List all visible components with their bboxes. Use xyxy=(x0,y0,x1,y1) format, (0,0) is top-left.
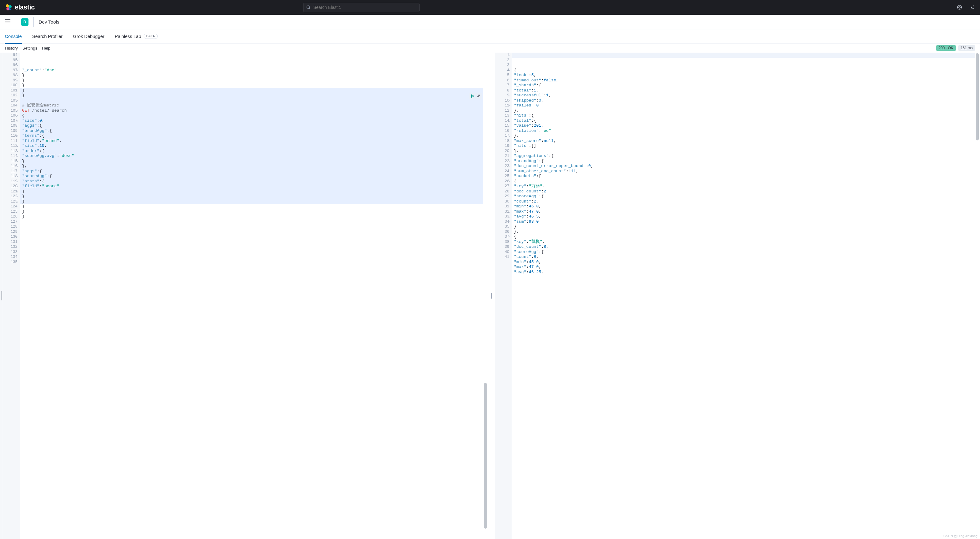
code-line[interactable]: "count" : 2, xyxy=(514,199,980,205)
code-line[interactable] xyxy=(22,98,488,103)
code-line[interactable]: "total" : { xyxy=(514,118,980,124)
code-line[interactable]: "successful" : 1, xyxy=(514,93,980,98)
code-line[interactable]: "relation" : "eq" xyxy=(514,128,980,134)
code-line[interactable] xyxy=(22,255,488,260)
code-line[interactable]: "avg" : 46.5, xyxy=(514,214,980,219)
code-line[interactable]: "skipped" : 0, xyxy=(514,98,980,103)
code-line[interactable]: "brandAgg" : { xyxy=(514,159,980,164)
code-line[interactable] xyxy=(22,244,488,250)
code-line[interactable] xyxy=(22,270,488,275)
code-line[interactable]: "scoreAgg" : { xyxy=(514,194,980,199)
code-line[interactable]: "field": "brand", xyxy=(22,139,488,144)
code-line[interactable]: "buckets" : [ xyxy=(514,174,980,179)
code-line[interactable]: } xyxy=(514,224,980,230)
tab-painless-lab[interactable]: Painless Lab BETA xyxy=(115,29,158,43)
code-line[interactable]: "hits" : [ ] xyxy=(514,143,980,149)
settings-link[interactable]: Settings xyxy=(22,46,37,51)
code-line[interactable]: }, xyxy=(514,133,980,139)
code-line[interactable]: "field": "score" xyxy=(22,184,488,189)
code-line[interactable]: } xyxy=(22,93,488,98)
code-line[interactable]: "aggs": { xyxy=(22,123,488,128)
code-line[interactable]: "failed" : 0 xyxy=(514,103,980,108)
code-line[interactable]: "hits" : { xyxy=(514,113,980,118)
code-line[interactable] xyxy=(22,265,488,270)
tab-search-profiler[interactable]: Search Profiler xyxy=(32,29,62,43)
code-line[interactable]: { xyxy=(514,179,980,184)
history-link[interactable]: History xyxy=(5,46,18,51)
code-line[interactable]: "aggregations" : { xyxy=(514,154,980,159)
nav-toggle-button[interactable] xyxy=(5,19,11,25)
code-line[interactable]: "doc_count_error_upper_bound" : 0, xyxy=(514,164,980,169)
search-input[interactable] xyxy=(303,3,420,12)
code-line[interactable]: "scoreAgg" : { xyxy=(514,250,980,255)
code-line[interactable]: "key" : "万丽", xyxy=(514,184,980,189)
code-line[interactable]: { xyxy=(514,234,980,239)
code-line[interactable]: "timed_out" : false, xyxy=(514,78,980,83)
pane-splitter[interactable] xyxy=(488,52,495,539)
code-line[interactable]: }, xyxy=(514,108,980,114)
code-line[interactable]: } xyxy=(22,209,488,214)
code-line[interactable]: "sum" : 93.0 xyxy=(514,219,980,225)
code-line[interactable] xyxy=(22,250,488,255)
code-line[interactable]: "_shards" : { xyxy=(514,83,980,88)
code-line[interactable]: GET /hotel/_search xyxy=(22,108,488,114)
code-line[interactable]: "scoreAgg.avg": "desc" xyxy=(22,154,488,159)
request-options-button[interactable] xyxy=(476,93,481,99)
code-line[interactable]: "took" : 5, xyxy=(514,73,980,78)
code-line[interactable]: } xyxy=(22,83,488,88)
code-line[interactable]: "aggs": { xyxy=(22,169,488,174)
code-line[interactable]: "total" : 1, xyxy=(514,88,980,93)
code-line[interactable] xyxy=(22,239,488,245)
left-collapse-gutter[interactable] xyxy=(0,52,3,539)
code-line[interactable]: } xyxy=(22,194,488,199)
logo[interactable]: elastic xyxy=(5,3,35,11)
code-line[interactable]: "doc_count" : 2, xyxy=(514,189,980,194)
code-line[interactable] xyxy=(22,234,488,239)
code-line[interactable]: }, xyxy=(514,149,980,154)
code-line[interactable] xyxy=(22,275,488,280)
code-line[interactable] xyxy=(22,224,488,230)
global-search[interactable] xyxy=(303,3,420,12)
code-line[interactable]: } xyxy=(22,78,488,83)
celebration-icon[interactable] xyxy=(970,5,975,10)
code-line[interactable]: "min" : 46.0, xyxy=(514,204,980,209)
space-selector[interactable]: D xyxy=(21,18,29,26)
code-line[interactable]: } xyxy=(22,214,488,219)
code-line[interactable]: "size": 10, xyxy=(22,143,488,149)
send-request-button[interactable] xyxy=(470,93,475,99)
code-line[interactable]: "_count" : "dsc" xyxy=(22,68,488,73)
code-line[interactable]: "terms": { xyxy=(22,133,488,139)
code-line[interactable] xyxy=(22,230,488,235)
code-line[interactable]: }, xyxy=(22,164,488,169)
code-line[interactable]: "scoreAgg": { xyxy=(22,174,488,179)
code-line[interactable]: }, xyxy=(514,230,980,235)
code-line[interactable]: } xyxy=(22,88,488,93)
code-line[interactable]: "avg" : 46.25, xyxy=(514,270,980,275)
response-viewer[interactable]: 1234567891011121314151617181920212223242… xyxy=(495,52,980,539)
code-line[interactable]: "key" : "凯悦", xyxy=(514,239,980,245)
code-line[interactable]: "count" : 8, xyxy=(514,255,980,260)
code-line[interactable]: } xyxy=(22,199,488,205)
request-editor[interactable]: 9495969798991001011021031041051061071081… xyxy=(3,52,488,539)
news-icon[interactable] xyxy=(957,5,962,10)
code-line[interactable]: "sum_other_doc_count" : 111, xyxy=(514,169,980,174)
code-line[interactable]: } xyxy=(22,189,488,194)
code-line[interactable]: "order": { xyxy=(22,149,488,154)
code-line[interactable]: { xyxy=(22,113,488,118)
code-line[interactable]: } xyxy=(22,204,488,209)
code-line[interactable]: "max" : 47.0, xyxy=(514,209,980,214)
code-line[interactable]: # 嵌套聚合metric xyxy=(22,103,488,108)
code-line[interactable] xyxy=(22,260,488,265)
code-line[interactable]: "min" : 45.0, xyxy=(514,260,980,265)
code-line[interactable] xyxy=(22,219,488,225)
help-link[interactable]: Help xyxy=(42,46,51,51)
code-line[interactable]: "stats": { xyxy=(22,179,488,184)
code-line[interactable]: "value" : 201, xyxy=(514,123,980,128)
code-line[interactable]: } xyxy=(22,159,488,164)
code-line[interactable]: "size": 0, xyxy=(22,118,488,124)
code-line[interactable]: "doc_count" : 8, xyxy=(514,244,980,250)
code-line[interactable]: { xyxy=(514,68,980,73)
code-line[interactable]: "max_score" : null, xyxy=(514,139,980,144)
code-line[interactable]: } xyxy=(22,73,488,78)
tab-console[interactable]: Console xyxy=(5,29,22,43)
